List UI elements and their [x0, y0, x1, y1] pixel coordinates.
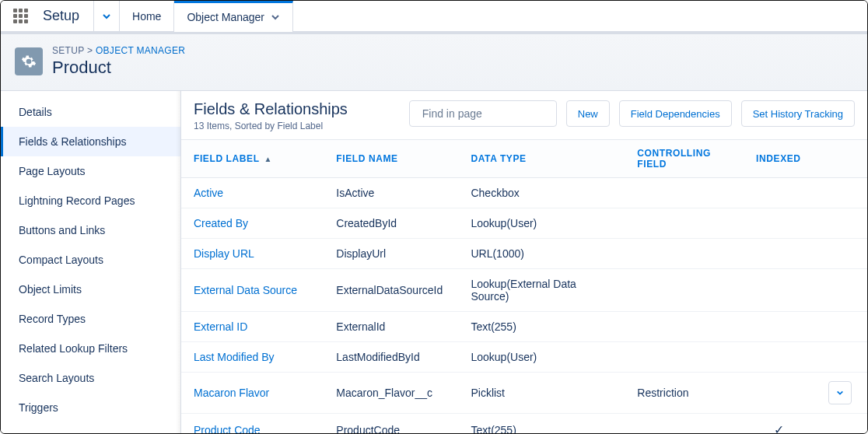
- column-header-data-type[interactable]: DATA TYPE: [458, 140, 625, 178]
- field-api-name: ProductCode: [324, 414, 458, 434]
- sidebar-item-compact-layouts[interactable]: Compact Layouts: [1, 245, 180, 275]
- row-action-menu-button[interactable]: [828, 381, 852, 404]
- left-nav-sidebar: DetailsFields & RelationshipsPage Layout…: [1, 91, 181, 433]
- field-api-name: DisplayUrl: [324, 239, 458, 269]
- fields-table: FIELD LABEL▲ FIELD NAME DATA TYPE CONTRO…: [181, 139, 867, 433]
- sidebar-item-related-lookup-filters[interactable]: Related Lookup Filters: [1, 334, 180, 363]
- field-dependencies-button[interactable]: Field Dependencies: [619, 100, 732, 127]
- field-label-link[interactable]: External ID: [181, 312, 324, 342]
- field-controlling-field: [625, 342, 744, 373]
- nav-tab-label: Object Manager: [187, 11, 264, 23]
- field-controlling-field: [625, 239, 744, 269]
- page-header-region: SETUP > OBJECT MANAGER Product: [1, 32, 867, 91]
- chevron-down-icon: [271, 12, 280, 22]
- field-label-link[interactable]: Active: [181, 178, 324, 208]
- field-api-name: LastModifiedById: [324, 342, 458, 373]
- app-switch-caret[interactable]: [93, 1, 120, 31]
- nav-tab-object-manager[interactable]: Object Manager: [174, 1, 293, 31]
- main-panel: Fields & Relationships 13 Items, Sorted …: [181, 91, 867, 433]
- field-controlling-field: [625, 414, 744, 434]
- table-row: Display URLDisplayUrlURL(1000): [181, 239, 867, 269]
- table-row: Last Modified ByLastModifiedByIdLookup(U…: [181, 342, 867, 373]
- gear-icon: [21, 54, 37, 69]
- nav-tab-home[interactable]: Home: [120, 1, 174, 31]
- field-indexed-cell: [744, 373, 815, 414]
- sort-ascending-icon: ▲: [264, 155, 273, 163]
- search-input[interactable]: [422, 107, 558, 120]
- field-data-type: Lookup(User): [458, 342, 625, 373]
- field-label-link[interactable]: External Data Source: [181, 269, 324, 312]
- field-indexed-cell: [744, 208, 815, 239]
- app-name-label: Setup: [40, 1, 93, 31]
- sidebar-item-object-limits[interactable]: Object Limits: [1, 275, 180, 304]
- sidebar-item-triggers[interactable]: Triggers: [1, 393, 180, 422]
- field-label-link[interactable]: Product Code: [181, 414, 324, 434]
- breadcrumb-prefix: SETUP: [52, 45, 84, 56]
- row-action-cell: [815, 269, 867, 312]
- field-indexed-cell: [744, 342, 815, 373]
- field-data-type: Text(255): [458, 414, 625, 434]
- table-row: Product CodeProductCodeText(255)✓: [181, 414, 867, 434]
- check-icon: ✓: [774, 423, 784, 433]
- field-indexed-cell: [744, 178, 815, 208]
- field-label-link[interactable]: Created By: [181, 208, 324, 239]
- section-subtitle: 13 Items, Sorted by Field Label: [194, 121, 400, 131]
- table-row: External Data SourceExternalDataSourceId…: [181, 269, 867, 312]
- field-label-link[interactable]: Macaron Flavor: [181, 373, 324, 414]
- field-label-link[interactable]: Display URL: [181, 239, 324, 269]
- field-api-name: ExternalDataSourceId: [324, 269, 458, 312]
- column-header-controlling-field[interactable]: CONTROLLING FIELD: [625, 140, 744, 178]
- field-label-link[interactable]: Last Modified By: [181, 342, 324, 373]
- row-action-cell: [815, 414, 867, 434]
- sidebar-item-fields-relationships[interactable]: Fields & Relationships: [1, 127, 180, 156]
- field-api-name: CreatedById: [324, 208, 458, 239]
- field-controlling-field: [625, 208, 744, 239]
- waffle-icon: [13, 9, 28, 23]
- field-controlling-field: [625, 269, 744, 312]
- field-api-name: ExternalId: [324, 312, 458, 342]
- field-api-name: Macaron_Flavor__c: [324, 373, 458, 414]
- sidebar-item-page-layouts[interactable]: Page Layouts: [1, 156, 180, 186]
- breadcrumb-link-object-manager[interactable]: OBJECT MANAGER: [96, 45, 185, 56]
- breadcrumb-sep: >: [87, 45, 93, 56]
- row-action-cell: [815, 239, 867, 269]
- main-header: Fields & Relationships 13 Items, Sorted …: [181, 91, 867, 139]
- row-action-cell: [815, 208, 867, 239]
- column-header-field-label[interactable]: FIELD LABEL▲: [181, 140, 324, 178]
- sidebar-item-search-layouts[interactable]: Search Layouts: [1, 363, 180, 393]
- sidebar-item-details[interactable]: Details: [1, 97, 180, 127]
- caret-down-icon: [836, 389, 844, 397]
- section-title: Fields & Relationships: [194, 100, 400, 118]
- app-launcher-button[interactable]: [1, 1, 40, 31]
- field-controlling-field: [625, 312, 744, 342]
- setup-gear-icon-box: [15, 47, 43, 75]
- sidebar-item-lightning-record-pages[interactable]: Lightning Record Pages: [1, 186, 180, 215]
- table-row: External IDExternalIdText(255): [181, 312, 867, 342]
- nav-tab-label: Home: [132, 10, 161, 23]
- new-button[interactable]: New: [566, 100, 610, 127]
- row-action-cell: [815, 178, 867, 208]
- field-indexed-cell: [744, 312, 815, 342]
- field-data-type: Text(255): [458, 312, 625, 342]
- set-history-tracking-button[interactable]: Set History Tracking: [741, 100, 855, 127]
- row-action-cell: [815, 342, 867, 373]
- column-header-indexed[interactable]: INDEXED: [744, 140, 815, 178]
- field-data-type: URL(1000): [458, 239, 625, 269]
- search-field-wrap[interactable]: [409, 100, 557, 127]
- row-action-cell: [815, 312, 867, 342]
- table-row: ActiveIsActiveCheckbox: [181, 178, 867, 208]
- column-header-field-name[interactable]: FIELD NAME: [324, 140, 458, 178]
- nav-tabs: HomeObject Manager: [120, 1, 293, 31]
- field-indexed-cell: [744, 269, 815, 312]
- field-data-type: Picklist: [458, 373, 625, 414]
- field-data-type: Lookup(User): [458, 208, 625, 239]
- field-controlling-field: Restriction: [625, 373, 744, 414]
- field-api-name: IsActive: [324, 178, 458, 208]
- breadcrumb: SETUP > OBJECT MANAGER: [52, 45, 185, 56]
- caret-down-icon: [102, 12, 111, 21]
- sidebar-item-record-types[interactable]: Record Types: [1, 304, 180, 334]
- content-body: DetailsFields & RelationshipsPage Layout…: [1, 91, 867, 433]
- sidebar-item-buttons-and-links[interactable]: Buttons and Links: [1, 215, 180, 245]
- global-navbar: Setup HomeObject Manager: [1, 1, 867, 32]
- field-indexed-cell: [744, 239, 815, 269]
